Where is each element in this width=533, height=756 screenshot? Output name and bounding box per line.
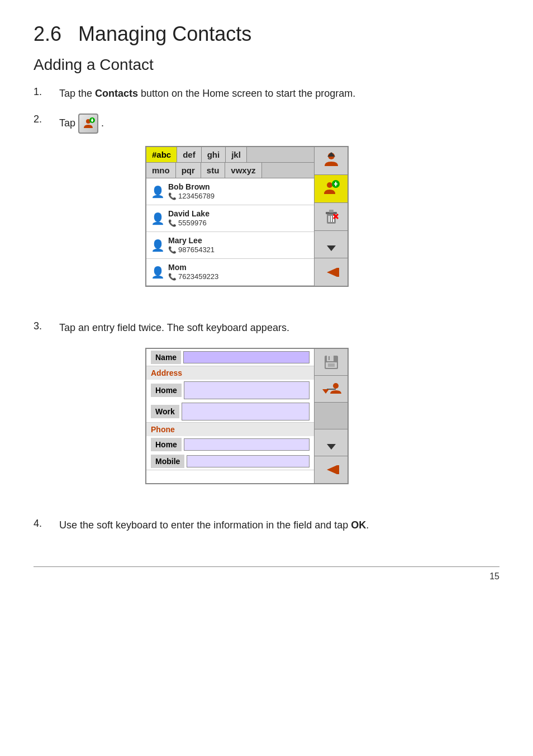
step-num-4: 4.	[34, 518, 50, 530]
tab-mno[interactable]: mno	[146, 163, 176, 178]
contacts-add-icon	[321, 178, 341, 199]
form-edit-icon	[321, 379, 341, 399]
contact-mom[interactable]: 👤 Mom 📞 7623459223	[146, 259, 314, 286]
form-home-addr-field[interactable]	[184, 381, 310, 399]
contact-name-bob: Bob Brown	[168, 182, 215, 192]
contact-mary-lee[interactable]: 👤 Mary Lee 📞 987654321	[146, 232, 314, 259]
form-name-field[interactable]	[183, 351, 310, 363]
form-back-icon	[321, 460, 341, 480]
contacts-delete-icon	[321, 206, 341, 226]
contact-phone-david: 📞 5559976	[168, 219, 210, 228]
contact-phone-bob: 📞 123456789	[168, 192, 215, 201]
form-mobile-field[interactable]	[187, 455, 310, 467]
contacts-tab-row-2: mno pqr stu vwxyz	[146, 163, 314, 178]
step-2: 2. Tap .	[34, 114, 499, 134]
subtitle: Adding a Contact	[34, 56, 499, 74]
contact-person-icon: 👤	[151, 185, 165, 199]
contact-info-bob: Bob Brown 📞 123456789	[168, 182, 215, 201]
svg-rect-20	[337, 268, 339, 277]
form-name-row: Name	[146, 349, 314, 366]
svg-rect-12	[329, 210, 334, 212]
contacts-scroll-down-btn[interactable]	[315, 231, 348, 259]
contacts-scroll-up-btn[interactable]	[315, 147, 348, 175]
page-number: 15	[34, 571, 499, 582]
phone-icon-mary: 📞	[168, 246, 177, 255]
step-4: 4. Use the soft keyboard to enter the in…	[34, 518, 499, 533]
contact-info-mom: Mom 📞 7623459223	[168, 262, 218, 282]
form-edit-btn[interactable]	[315, 376, 348, 403]
contact-name-david: David Lake	[168, 209, 210, 219]
svg-rect-25	[329, 356, 330, 360]
contacts-back-icon	[321, 262, 341, 282]
form-address-label: Address	[146, 366, 314, 380]
form-scroll-area	[315, 403, 348, 429]
contact-bob-brown[interactable]: 👤 Bob Brown 📞 123456789	[146, 178, 314, 205]
form-sidebar	[314, 349, 348, 483]
svg-point-27	[333, 383, 339, 389]
form-widget-container: Name Address Home Work Phone	[89, 348, 499, 501]
contact-phone-mom: 📞 7623459223	[168, 272, 218, 282]
svg-rect-3	[92, 119, 93, 122]
step-3-text: Tap an entry field twice. The soft keybo…	[59, 320, 289, 336]
form-scroll-down-btn[interactable]	[315, 429, 348, 456]
step-num-2: 2.	[34, 114, 50, 125]
form-back-btn[interactable]	[315, 456, 348, 483]
form-address-section: Address Home Work	[146, 366, 314, 423]
form-phone-section: Phone Home Mobile	[146, 423, 314, 470]
contacts-widget-container: #abc def ghi jkl mno pqr stu vwxyz 👤 Bob…	[89, 146, 499, 304]
contact-david-lake[interactable]: 👤 David Lake 📞 5559976	[146, 205, 314, 232]
contacts-list: 👤 Bob Brown 📞 123456789 👤 David Lake	[146, 178, 314, 286]
form-home-input-row: Home	[146, 380, 314, 401]
contact-info-david: David Lake 📞 5559976	[168, 209, 210, 228]
svg-rect-9	[335, 182, 336, 186]
svg-marker-18	[327, 245, 336, 251]
svg-rect-31	[337, 465, 339, 474]
tab-vwxyz[interactable]: vwxyz	[225, 163, 261, 178]
tab-jkl[interactable]: jkl	[226, 147, 247, 162]
contacts-delete-btn[interactable]	[315, 203, 348, 231]
form-scroll-down-icon	[321, 433, 341, 453]
contact-name-mom: Mom	[168, 262, 218, 272]
phone-icon-mom: 📞	[168, 273, 177, 282]
step-2-text: Tap .	[59, 114, 104, 134]
contact-person-icon-3: 👤	[151, 239, 165, 252]
add-contact-icon	[82, 117, 95, 130]
phone-icon-david: 📞	[168, 219, 177, 228]
tab-stu[interactable]: stu	[201, 163, 226, 178]
contact-info-mary: Mary Lee 📞 987654321	[168, 235, 215, 255]
step-1: 1. Tap the Contacts button on the Home s…	[34, 86, 499, 101]
form-home-phone-field[interactable]	[184, 438, 310, 451]
footer-divider	[34, 566, 499, 567]
form-phone-label: Phone	[146, 423, 314, 436]
svg-marker-28	[322, 389, 329, 394]
contacts-add-btn[interactable]	[315, 175, 348, 203]
form-name-input-row: Name	[146, 349, 314, 366]
step-num-3: 3.	[34, 320, 50, 332]
contacts-back-btn[interactable]	[315, 258, 348, 286]
tab-abc[interactable]: #abc	[146, 147, 177, 162]
form-widget: Name Address Home Work Phone	[145, 348, 349, 484]
contacts-bold: Contacts	[95, 88, 138, 99]
contacts-scroll-up-icon	[321, 150, 341, 171]
form-home-phone-input-row: Home	[146, 436, 314, 453]
form-save-btn[interactable]	[315, 349, 348, 376]
contacts-main-panel: #abc def ghi jkl mno pqr stu vwxyz 👤 Bob…	[146, 147, 314, 286]
contacts-widget: #abc def ghi jkl mno pqr stu vwxyz 👤 Bob…	[145, 146, 349, 287]
form-mobile-label: Mobile	[151, 455, 184, 468]
phone-icon-bob: 📞	[168, 192, 177, 201]
svg-point-6	[327, 182, 332, 188]
svg-rect-24	[328, 363, 335, 367]
form-work-addr-label: Work	[151, 405, 179, 418]
tab-pqr[interactable]: pqr	[176, 163, 201, 178]
form-work-input-row: Work	[146, 401, 314, 422]
contact-phone-mary: 📞 987654321	[168, 245, 215, 255]
tab-def[interactable]: def	[177, 147, 202, 162]
form-home-addr-label: Home	[151, 384, 182, 397]
step-4-text: Use the soft keyboard to enter the infor…	[59, 518, 369, 533]
contacts-sidebar	[314, 147, 348, 286]
contacts-scroll-down-icon	[321, 234, 341, 254]
tab-ghi[interactable]: ghi	[202, 147, 226, 162]
form-work-addr-field[interactable]	[182, 403, 310, 420]
contacts-tab-row-1: #abc def ghi jkl	[146, 147, 314, 163]
add-contact-icon-button[interactable]	[78, 114, 98, 134]
